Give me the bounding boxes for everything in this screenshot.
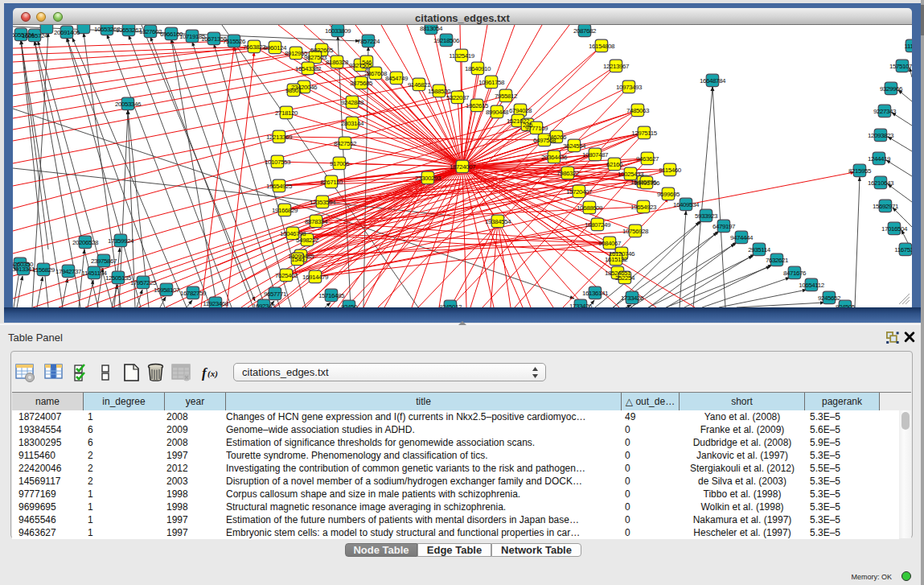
svg-text:3624554: 3624554 <box>563 142 586 150</box>
svg-text:16210643: 16210643 <box>868 179 894 187</box>
svg-text:7955812: 7955812 <box>495 93 518 100</box>
svg-text:1327602: 1327602 <box>139 28 162 35</box>
svg-text:2935114: 2935114 <box>748 246 770 253</box>
svg-text:9657771: 9657771 <box>264 290 287 298</box>
svg-text:20691406: 20691406 <box>54 29 80 36</box>
svg-text:924505: 924505 <box>836 303 856 307</box>
svg-text:3875685: 3875685 <box>350 80 373 87</box>
svg-text:10958107: 10958107 <box>154 286 180 294</box>
svg-text:17359924: 17359924 <box>108 237 134 245</box>
svg-text:18807249: 18807249 <box>585 221 611 229</box>
svg-text:9463627: 9463627 <box>636 155 659 163</box>
svg-text:5933923: 5933923 <box>695 212 718 220</box>
svg-text:12505135: 12505135 <box>105 274 132 282</box>
svg-text:5322037: 5322037 <box>446 94 470 101</box>
svg-text:7857224: 7857224 <box>357 38 380 45</box>
svg-text:20364436: 20364436 <box>541 154 568 161</box>
svg-text:15751074: 15751074 <box>889 63 912 70</box>
svg-text:18724007: 18724007 <box>450 163 476 171</box>
svg-text:2087682: 2087682 <box>573 27 597 35</box>
svg-text:7632621: 7632621 <box>766 257 789 264</box>
svg-text:19654925: 19654925 <box>266 183 293 190</box>
svg-text:8427552: 8427552 <box>334 140 357 147</box>
svg-text:19384554: 19384554 <box>485 218 511 225</box>
svg-text:7986322: 7986322 <box>556 170 580 177</box>
svg-text:2803144: 2803144 <box>341 120 364 127</box>
svg-text:12213369: 12213369 <box>266 134 293 141</box>
svg-text:9245652: 9245652 <box>818 295 841 302</box>
svg-text:8267110: 8267110 <box>320 179 343 186</box>
svg-text:16055724: 16055724 <box>22 32 48 39</box>
svg-text:546: 546 <box>362 59 372 66</box>
svg-text:16543382: 16543382 <box>295 65 322 72</box>
svg-text:9827503: 9827503 <box>304 54 327 61</box>
svg-text:10756928: 10756928 <box>622 228 649 235</box>
svg-text:18640910: 18640910 <box>465 65 491 72</box>
svg-text:1167533: 1167533 <box>894 246 912 253</box>
svg-text:6479197: 6479197 <box>713 223 736 230</box>
svg-text:11451194: 11451194 <box>82 270 108 277</box>
svg-text:12975115: 12975115 <box>631 130 657 137</box>
svg-text:62160: 62160 <box>606 161 623 168</box>
svg-text:16033809: 16033809 <box>325 27 351 35</box>
svg-text:9699695: 9699695 <box>657 191 680 198</box>
svg-text:98901: 98901 <box>285 87 302 94</box>
svg-text:10688609: 10688609 <box>577 204 603 212</box>
svg-text:8990448: 8990448 <box>486 109 509 116</box>
svg-text:10961758: 10961758 <box>478 79 505 86</box>
svg-text:9115460: 9115460 <box>659 167 681 174</box>
svg-text:8186328: 8186328 <box>326 59 349 66</box>
svg-text:20206528: 20206528 <box>72 239 99 246</box>
svg-text:20053346: 20053346 <box>115 101 142 108</box>
svg-text:10025433: 10025433 <box>618 171 644 178</box>
svg-text:16648784: 16648784 <box>700 77 726 84</box>
svg-text:8471676: 8471676 <box>783 270 807 277</box>
svg-text:1615132: 1615132 <box>605 256 628 263</box>
svg-text:1540: 1540 <box>291 256 305 263</box>
svg-text:16914479: 16914479 <box>302 274 329 281</box>
svg-text:1156829: 1156829 <box>32 266 55 274</box>
svg-text:10107553: 10107553 <box>265 159 291 166</box>
svg-text:5498222: 5498222 <box>296 237 319 244</box>
svg-text:16154808: 16154808 <box>589 43 615 50</box>
svg-text:1692345: 1692345 <box>253 303 276 307</box>
svg-text:9245012: 9245012 <box>439 303 462 307</box>
svg-text:10807487: 10807487 <box>582 151 609 159</box>
svg-text:16782759: 16782759 <box>180 290 207 297</box>
svg-text:8878334: 8878334 <box>305 218 328 225</box>
svg-text:19218506: 19218506 <box>433 37 460 44</box>
svg-text:2867608: 2867608 <box>364 70 388 77</box>
svg-text:917006: 917006 <box>330 160 350 167</box>
svg-text:19166829: 19166829 <box>272 207 298 214</box>
svg-text:9474444: 9474444 <box>730 234 754 241</box>
svg-text:15720407: 15720407 <box>566 188 593 196</box>
svg-text:23300293: 23300293 <box>415 175 441 182</box>
svg-text:12353594: 12353594 <box>310 199 336 206</box>
svg-text:9242848: 9242848 <box>341 99 364 106</box>
svg-text:12213967: 12213967 <box>603 63 630 70</box>
svg-text:1244419: 1244419 <box>868 155 891 163</box>
svg-text:10973493: 10973493 <box>616 84 643 91</box>
svg-text:15716485: 15716485 <box>318 292 345 299</box>
svg-text:8215955: 8215955 <box>848 167 872 175</box>
svg-text:8454749: 8454749 <box>385 75 409 82</box>
svg-text:7663822: 7663822 <box>243 43 266 51</box>
svg-text:8813054: 8813054 <box>420 25 443 32</box>
svg-text:11325419: 11325419 <box>449 52 474 60</box>
svg-text:10654112: 10654112 <box>799 282 824 289</box>
svg-text:16409534: 16409534 <box>673 201 700 208</box>
svg-text:9777169: 9777169 <box>525 125 548 132</box>
svg-text:9227343: 9227343 <box>873 108 897 115</box>
svg-text:17942737: 17942737 <box>55 268 82 275</box>
svg-text:19654923: 19654923 <box>630 204 657 211</box>
svg-text:8960124: 8960124 <box>264 44 287 51</box>
svg-text:17016504: 17016504 <box>881 225 908 233</box>
svg-text:6497568: 6497568 <box>533 137 556 144</box>
svg-text:23975867: 23975867 <box>91 257 117 265</box>
svg-text:15692971: 15692971 <box>873 203 899 210</box>
svg-text:9329966: 9329966 <box>880 85 903 93</box>
svg-text:16136141: 16136141 <box>582 290 609 297</box>
svg-text:7625402: 7625402 <box>275 272 298 279</box>
svg-text:5822605: 5822605 <box>310 47 334 54</box>
svg-text:2718120: 2718120 <box>275 109 298 117</box>
